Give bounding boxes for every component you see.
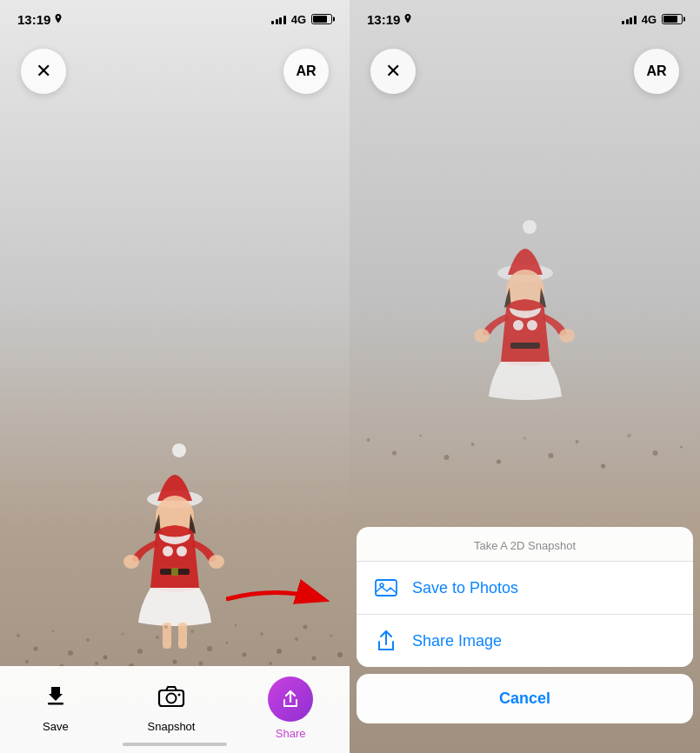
svg-point-27 [295, 637, 298, 641]
svg-point-5 [123, 555, 139, 569]
left-ar-button[interactable]: AR [283, 49, 329, 94]
svg-point-22 [207, 646, 212, 651]
svg-point-43 [178, 694, 181, 696]
svg-point-42 [167, 694, 177, 703]
cancel-label: Cancel [499, 690, 550, 707]
right-ar-label: AR [646, 63, 666, 79]
save-to-photos-label: Save to Photos [412, 579, 518, 597]
time-text: 13:19 [17, 12, 50, 27]
right-time: 13:19 [367, 12, 412, 27]
left-close-icon: ✕ [36, 60, 51, 83]
svg-point-53 [367, 438, 370, 442]
svg-point-6 [209, 555, 224, 569]
svg-point-49 [474, 329, 490, 343]
snapshot-label: Snapshot [148, 720, 196, 733]
svg-point-15 [86, 638, 90, 642]
cancel-button[interactable]: Cancel [357, 674, 693, 723]
left-status-bar: 13:19 4G [0, 0, 350, 38]
svg-point-28 [312, 656, 317, 661]
right-location-icon [403, 14, 412, 24]
svg-point-34 [164, 625, 168, 629]
svg-point-46 [523, 220, 537, 234]
share-icon [268, 676, 313, 722]
save-to-photos-item[interactable]: Save to Photos [357, 562, 693, 615]
svg-rect-66 [376, 580, 397, 596]
share-label: Share [276, 727, 306, 740]
camera-icon [152, 676, 190, 715]
svg-point-39 [337, 652, 343, 657]
svg-point-17 [122, 633, 124, 636]
svg-point-8 [177, 546, 187, 556]
svg-point-19 [156, 636, 159, 639]
svg-rect-4 [171, 568, 178, 576]
svg-point-32 [95, 662, 98, 665]
svg-point-20 [173, 660, 177, 664]
signal-bars [271, 14, 286, 24]
location-icon [54, 14, 63, 24]
share-button[interactable]: Share [268, 676, 313, 740]
svg-point-18 [137, 649, 143, 654]
right-ar-button[interactable]: AR [634, 49, 679, 94]
svg-point-14 [68, 650, 73, 656]
svg-point-25 [260, 632, 263, 636]
action-sheet-overlay: Take A 2D Snapshot Save to Photos [350, 527, 700, 753]
svg-point-52 [527, 320, 537, 330]
left-close-button[interactable]: ✕ [21, 49, 66, 94]
right-close-button[interactable]: ✕ [370, 49, 416, 94]
svg-point-37 [269, 662, 272, 665]
svg-point-59 [523, 437, 526, 440]
red-arrow [226, 577, 330, 624]
svg-point-30 [25, 660, 29, 663]
share-image-item[interactable]: Share Image [357, 615, 693, 667]
svg-point-24 [243, 653, 247, 657]
battery-icon [311, 14, 332, 24]
save-label: Save [43, 720, 69, 733]
svg-point-61 [576, 440, 579, 443]
left-panel: 13:19 4G ✕ AR [0, 0, 350, 753]
svg-point-29 [330, 635, 333, 637]
action-sheet-title: Take A 2D Snapshot [357, 527, 693, 562]
action-sheet: Take A 2D Snapshot Save to Photos [357, 527, 693, 667]
svg-point-57 [471, 443, 475, 446]
left-ar-label: AR [296, 63, 316, 79]
right-battery-icon [662, 14, 683, 24]
svg-point-11 [17, 634, 20, 637]
home-indicator [123, 743, 227, 746]
download-icon [37, 676, 75, 715]
left-status-right: 4G [271, 13, 332, 26]
svg-point-38 [303, 625, 308, 630]
right-close-icon: ✕ [385, 60, 401, 83]
svg-point-55 [419, 435, 422, 437]
network-type: 4G [291, 13, 306, 26]
svg-point-64 [653, 450, 658, 456]
snapshot-button[interactable]: Snapshot [148, 676, 196, 733]
svg-point-63 [628, 434, 631, 437]
save-button[interactable]: Save [37, 676, 75, 733]
left-time: 13:19 [17, 12, 63, 27]
svg-point-54 [392, 451, 397, 456]
svg-point-56 [444, 455, 450, 460]
svg-point-16 [103, 656, 108, 660]
svg-point-23 [226, 642, 229, 644]
right-status-bar: 13:19 4G [350, 0, 700, 38]
svg-point-50 [559, 329, 575, 343]
svg-point-12 [34, 647, 38, 651]
share-up-icon [374, 629, 398, 653]
right-panel: 13:19 4G ✕ AR [350, 0, 700, 753]
svg-point-21 [190, 630, 194, 633]
left-bottom-bar: Save Snapshot Sha [0, 666, 350, 753]
svg-point-60 [549, 453, 554, 458]
right-network-type: 4G [642, 13, 657, 26]
svg-point-58 [497, 460, 501, 464]
right-time-text: 13:19 [367, 12, 400, 27]
svg-point-65 [680, 446, 683, 449]
svg-point-62 [601, 464, 605, 469]
svg-point-51 [513, 320, 523, 330]
svg-point-26 [277, 649, 282, 654]
share-image-label: Share Image [412, 632, 502, 650]
photo-icon [374, 576, 398, 600]
svg-point-35 [199, 662, 203, 666]
svg-rect-40 [48, 703, 63, 705]
right-signal-bars [622, 14, 637, 24]
svg-point-7 [163, 546, 173, 556]
